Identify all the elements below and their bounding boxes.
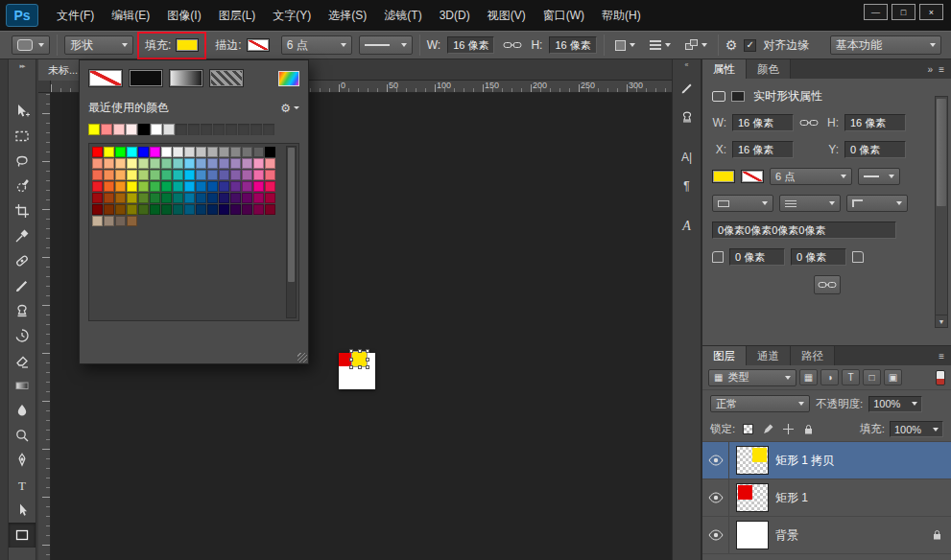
color-swatch[interactable] — [127, 158, 137, 169]
color-swatch[interactable] — [230, 193, 241, 203]
recent-color-swatch[interactable] — [163, 124, 175, 135]
tab-color[interactable]: 颜色 — [747, 59, 791, 79]
panel-menu-icon[interactable]: ≡ — [939, 351, 944, 362]
color-swatch[interactable] — [242, 181, 252, 192]
color-swatch[interactable] — [173, 181, 183, 192]
ruler-origin-corner[interactable] — [38, 81, 51, 93]
width-input[interactable]: 16 像素 — [447, 36, 494, 54]
color-swatch[interactable] — [253, 147, 264, 157]
recent-color-swatch[interactable] — [138, 124, 150, 135]
color-swatch[interactable] — [150, 158, 160, 169]
stroke-color-swatch[interactable] — [247, 38, 270, 52]
vertical-ruler[interactable] — [38, 93, 51, 560]
color-swatch[interactable] — [150, 181, 160, 192]
filter-type-layers-button[interactable]: T — [842, 369, 860, 385]
link-wh-icon[interactable] — [799, 118, 819, 128]
prop-fill-swatch[interactable] — [712, 170, 735, 183]
color-swatch[interactable] — [184, 170, 195, 180]
color-swatch[interactable] — [104, 204, 114, 215]
layer-filter-select[interactable]: ▦ 类型 — [708, 369, 796, 386]
color-swatch[interactable] — [196, 158, 206, 169]
color-swatch[interactable] — [150, 204, 160, 215]
color-swatch[interactable] — [127, 193, 137, 203]
height-input[interactable]: 16 像素 — [549, 36, 596, 54]
tab-properties[interactable]: 属性 — [702, 59, 747, 79]
color-swatch[interactable] — [104, 170, 114, 180]
lock-all-button[interactable] — [800, 423, 816, 436]
history-brush-tool-button[interactable] — [9, 323, 36, 348]
color-swatch[interactable] — [265, 147, 275, 157]
color-swatch[interactable] — [104, 147, 114, 157]
color-swatch[interactable] — [253, 170, 264, 180]
brush-presets-panel-button[interactable] — [676, 77, 699, 100]
fill-color-swatch[interactable] — [176, 38, 199, 52]
color-swatch[interactable] — [115, 193, 126, 203]
transform-handle[interactable] — [349, 365, 353, 369]
expand-panels-grip[interactable]: « — [673, 59, 701, 71]
prop-width-input[interactable]: 16 像素 — [732, 114, 794, 131]
color-swatch[interactable] — [92, 204, 103, 215]
prop-height-input[interactable]: 16 像素 — [844, 114, 906, 131]
color-picker-button[interactable] — [278, 71, 299, 86]
lock-pixels-button[interactable] — [760, 423, 775, 436]
workspace-select[interactable]: 基本功能 — [830, 35, 941, 55]
path-operations-button[interactable] — [611, 38, 639, 53]
color-swatch[interactable] — [161, 204, 172, 215]
color-swatch[interactable] — [253, 193, 264, 203]
color-swatch[interactable] — [219, 204, 229, 215]
eyedropper-tool-button[interactable] — [9, 223, 36, 248]
filter-smart-objects-button[interactable]: ▣ — [884, 369, 902, 385]
color-swatch[interactable] — [173, 170, 183, 180]
type-tool-button[interactable]: T — [9, 473, 36, 498]
prop-stroke-swatch[interactable] — [741, 170, 764, 183]
brush-tool-button[interactable] — [9, 273, 36, 298]
layer-visibility-toggle[interactable] — [702, 517, 729, 553]
swatch-scrollbar[interactable] — [286, 146, 297, 318]
recent-color-swatch[interactable] — [151, 124, 162, 135]
color-swatch[interactable] — [150, 193, 160, 203]
color-swatch[interactable] — [196, 170, 206, 180]
tab-channels[interactable]: 通道 — [747, 346, 791, 365]
layer-row[interactable]: 矩形 1 拷贝 — [702, 442, 951, 479]
color-swatch[interactable] — [150, 147, 160, 157]
color-swatch[interactable] — [104, 181, 114, 192]
collapse-dock-icon[interactable]: » — [928, 64, 934, 75]
color-swatch[interactable] — [219, 147, 229, 157]
color-swatch[interactable] — [127, 170, 137, 180]
clone-source-panel-button[interactable] — [676, 105, 699, 128]
color-swatch[interactable] — [196, 193, 206, 203]
layer-fill-input[interactable]: 100% — [890, 421, 943, 437]
color-swatch[interactable] — [115, 147, 126, 157]
swatch-options-button[interactable]: ⚙ — [280, 103, 299, 114]
color-swatch[interactable] — [92, 216, 103, 226]
color-swatch[interactable] — [184, 193, 195, 203]
color-swatch[interactable] — [115, 181, 126, 192]
blend-mode-select[interactable]: 正常 — [710, 395, 810, 412]
color-swatch[interactable] — [161, 170, 172, 180]
menu-item-10[interactable]: 窗口(W) — [535, 0, 593, 31]
tab-layers[interactable]: 图层 — [702, 346, 747, 365]
pattern-fill-button[interactable] — [209, 69, 244, 87]
scrollbar-thumb[interactable] — [937, 99, 946, 206]
color-swatch[interactable] — [219, 181, 229, 192]
color-swatch[interactable] — [92, 181, 103, 192]
color-swatch[interactable] — [219, 193, 229, 203]
tool-mode-select[interactable]: 形状 — [64, 35, 133, 55]
color-swatch[interactable] — [115, 158, 126, 169]
scrollbar-thumb[interactable] — [288, 148, 295, 282]
solid-color-button[interactable] — [129, 69, 163, 87]
quick-selection-tool-button[interactable] — [9, 174, 36, 198]
stroke-width-select[interactable]: 6 点 — [281, 35, 352, 55]
panel-menu-icon[interactable]: ≡ — [939, 64, 944, 75]
crop-tool-button[interactable] — [9, 198, 36, 223]
color-swatch[interactable] — [230, 204, 241, 215]
filter-adjustment-layers-button[interactable]: ◑ — [820, 369, 839, 385]
color-swatch[interactable] — [207, 147, 218, 157]
color-swatch[interactable] — [127, 147, 137, 157]
color-swatch[interactable] — [242, 147, 252, 157]
menu-item-11[interactable]: 帮助(H) — [593, 0, 650, 31]
color-swatch[interactable] — [265, 204, 275, 215]
layer-visibility-toggle[interactable] — [702, 479, 729, 516]
color-swatch[interactable] — [219, 170, 229, 180]
color-swatch[interactable] — [104, 216, 114, 226]
